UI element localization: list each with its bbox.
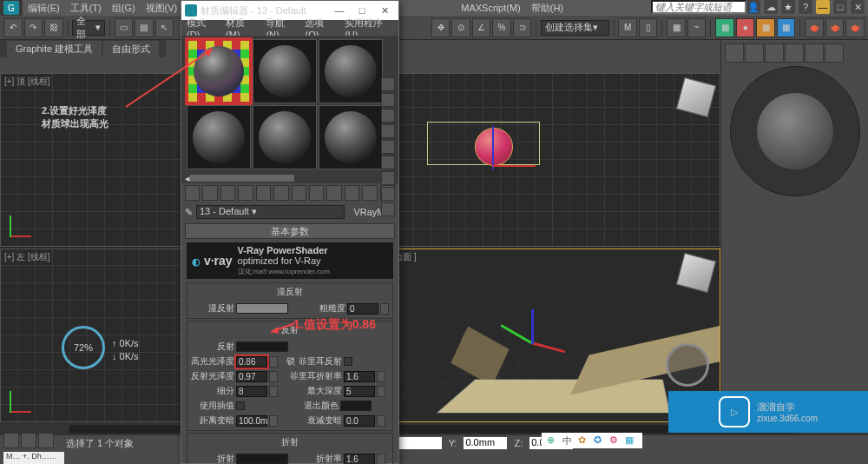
mat-id-icon[interactable] xyxy=(309,185,324,201)
dim-falloff-input[interactable]: 0.0 xyxy=(344,415,375,427)
rollout-basic[interactable]: 基本参数 xyxy=(185,223,395,239)
get-mat-icon[interactable] xyxy=(185,185,200,201)
fresnel-ior-input[interactable]: 1.6 xyxy=(344,371,375,382)
refract-swatch[interactable] xyxy=(236,454,288,464)
cursor-icon[interactable]: ↖ xyxy=(155,18,174,37)
menu-group[interactable]: 组(G) xyxy=(112,2,135,15)
social-5-icon[interactable]: ⚙ xyxy=(609,434,621,447)
refl-depth-input[interactable]: 5 xyxy=(344,386,375,397)
arc-rotate-control[interactable] xyxy=(730,66,860,196)
search-input[interactable] xyxy=(651,0,746,14)
tab-graphite[interactable]: Graphite 建模工具 xyxy=(7,41,102,57)
filter-dropdown[interactable]: 全部 ▾ xyxy=(72,20,104,36)
refract-ior-input[interactable]: 1.6 xyxy=(344,454,375,465)
render-setup-icon[interactable]: ▦ xyxy=(756,18,775,37)
signin-icon[interactable]: 👤 xyxy=(746,0,760,14)
redo-icon[interactable]: ↷ xyxy=(24,18,43,37)
mat-slot-3[interactable] xyxy=(319,39,383,103)
help-icon[interactable]: ? xyxy=(799,0,812,14)
social-2-icon[interactable]: 中 xyxy=(562,434,575,447)
maximize-icon[interactable]: □ xyxy=(833,0,847,14)
roughness-input[interactable]: 0 xyxy=(347,303,378,315)
material-icon[interactable]: ● xyxy=(736,18,755,37)
tab-utilities-icon[interactable] xyxy=(825,43,844,63)
put-mat-icon[interactable] xyxy=(202,185,217,201)
social-1-icon[interactable]: ⊕ xyxy=(547,434,559,447)
menu-views[interactable]: 视图(V) xyxy=(146,2,178,15)
vp-label-left[interactable]: [+] 左 [线框] xyxy=(4,251,50,263)
spinner-icon[interactable] xyxy=(377,454,385,465)
nav-wheel-icon[interactable] xyxy=(666,343,709,387)
sphere-object[interactable] xyxy=(475,128,513,166)
spinner-icon[interactable] xyxy=(269,371,278,382)
spinner-icon[interactable] xyxy=(380,303,389,315)
go-parent-icon[interactable] xyxy=(362,185,377,201)
tab-freeform[interactable]: 自由形式 xyxy=(103,41,159,57)
mat-slot-2[interactable] xyxy=(253,39,317,103)
snap-icon[interactable]: ⊙ xyxy=(451,18,470,37)
app-logo-icon[interactable]: G xyxy=(3,1,19,15)
dim-distance-input[interactable]: 100.0m xyxy=(236,415,267,427)
menu-tools[interactable]: 工具(T) xyxy=(70,2,102,15)
mtl-map-nav-icon[interactable] xyxy=(381,202,395,216)
teapot1-icon[interactable]: 🫖 xyxy=(805,18,824,37)
backlight-icon[interactable] xyxy=(381,93,395,107)
close-icon[interactable]: ✕ xyxy=(851,0,865,14)
reset-mat-icon[interactable] xyxy=(238,185,253,201)
menu-maxscript[interactable]: MAXScript(M) xyxy=(461,3,520,13)
viewcube[interactable] xyxy=(676,253,717,294)
select-name-icon[interactable]: ▤ xyxy=(135,18,154,37)
social-3-icon[interactable]: ✿ xyxy=(578,434,590,447)
schematic-icon[interactable]: ▦ xyxy=(715,18,734,37)
preview-icon[interactable] xyxy=(381,156,395,169)
undo-icon[interactable]: ↶ xyxy=(3,18,23,37)
pick-icon[interactable]: ✎ xyxy=(185,207,193,218)
play-prev-icon[interactable] xyxy=(21,433,36,448)
star-icon[interactable]: ★ xyxy=(781,0,795,14)
show-end-icon[interactable] xyxy=(345,185,359,201)
vp-label-top[interactable]: [+] 顶 [线框] xyxy=(4,76,50,88)
angle-icon[interactable]: ∠ xyxy=(472,18,491,37)
sample-type-icon[interactable] xyxy=(381,77,395,91)
spinner-icon[interactable] xyxy=(377,386,385,397)
hilight-gloss-input[interactable]: 0.86 xyxy=(236,356,267,368)
reflect-swatch[interactable] xyxy=(236,341,288,352)
social-6-icon[interactable]: ▦ xyxy=(625,434,637,447)
tab-display-icon[interactable] xyxy=(805,43,824,63)
spinner-icon[interactable] xyxy=(269,386,278,397)
play-start-icon[interactable] xyxy=(3,433,19,448)
spinner-icon[interactable] xyxy=(377,415,385,427)
background-icon[interactable] xyxy=(381,109,395,123)
put-lib-icon[interactable] xyxy=(292,185,306,201)
spinner-icon[interactable] xyxy=(377,371,385,382)
layer-icon[interactable]: ▦ xyxy=(667,18,686,37)
viewport-perspective[interactable]: [+] 透 • 边面 ] xyxy=(361,249,720,422)
select-by-mat-icon[interactable] xyxy=(381,187,395,201)
options-icon[interactable] xyxy=(381,171,395,185)
tab-create-icon[interactable] xyxy=(725,43,744,63)
transform-gizmo[interactable] xyxy=(505,318,557,370)
percent-icon[interactable]: % xyxy=(492,18,511,37)
link-icon[interactable]: ⛓ xyxy=(44,18,63,37)
mirror-icon[interactable]: M xyxy=(618,18,637,37)
tab-modify-icon[interactable] xyxy=(745,43,764,63)
mat-slot-4[interactable] xyxy=(187,105,251,169)
play-icon[interactable] xyxy=(38,433,54,448)
move-icon[interactable]: ✥ xyxy=(431,18,450,37)
refl-interp-checkbox[interactable] xyxy=(236,401,245,410)
uv-tile-icon[interactable] xyxy=(381,124,395,138)
make-copy-icon[interactable] xyxy=(256,185,271,201)
mat-name-input[interactable]: 13 - Default ▾ xyxy=(196,205,345,219)
align-icon[interactable]: ▯ xyxy=(639,18,658,37)
video-check-icon[interactable] xyxy=(381,140,395,154)
coord-x-input[interactable] xyxy=(398,437,442,449)
spinner-icon[interactable] xyxy=(269,415,278,427)
curve-icon[interactable]: ~ xyxy=(687,18,707,37)
fresnel-checkbox[interactable] xyxy=(344,357,352,366)
coord-y-input[interactable]: 0.0mm xyxy=(464,437,507,449)
mat-hscroll[interactable]: ◂▸ xyxy=(181,173,398,183)
diffuse-swatch[interactable] xyxy=(236,303,288,314)
cloud-icon[interactable]: ☁ xyxy=(764,0,778,14)
tab-motion-icon[interactable] xyxy=(785,43,804,63)
mat-slot-1[interactable] xyxy=(187,39,251,103)
